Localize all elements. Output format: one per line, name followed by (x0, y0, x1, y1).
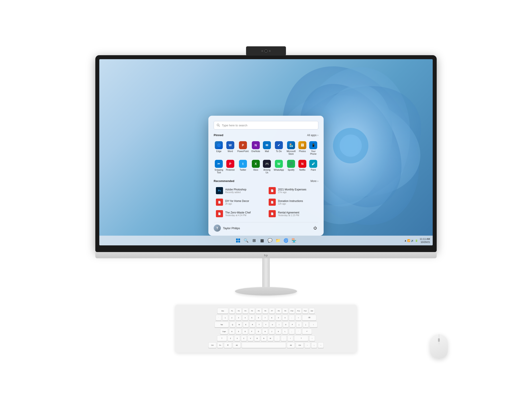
key-caps[interactable]: Caps (220, 329, 228, 334)
key-b[interactable]: B (254, 335, 260, 341)
pin-item-mail[interactable]: ✉Mail (262, 139, 272, 157)
rec-item-zerowaste[interactable]: 📄The Zero-Waste ChefYesterday at 4:24 PM (214, 208, 266, 219)
key-ralt[interactable]: Alt (287, 342, 295, 348)
key-d[interactable]: D (242, 329, 248, 334)
key-backspace[interactable]: ⌫ (302, 315, 316, 321)
pin-item-xbox[interactable]: XXbox (250, 158, 261, 176)
key-q[interactable]: Q (230, 322, 235, 327)
rec-item-diyhome[interactable]: 📄DIY for Home Decor2h ago (214, 197, 266, 208)
key-fn[interactable]: Fn (217, 342, 223, 348)
key-semicolon[interactable]: ; (289, 329, 295, 334)
key-0[interactable]: 0 (282, 315, 288, 321)
key-h[interactable]: H (262, 329, 268, 334)
key-tab[interactable]: Tab (215, 322, 229, 327)
taskbar-edge-button[interactable]: 🌀 (283, 237, 289, 244)
taskbar-taskview-button[interactable]: ⊞ (251, 237, 257, 244)
key-lshift[interactable]: ⇧ (217, 335, 227, 341)
key-s[interactable]: S (236, 329, 241, 334)
key-u[interactable]: U (270, 322, 275, 327)
pin-item-among[interactable]: 🎮Among Us (262, 158, 272, 176)
key-v[interactable]: V (248, 335, 253, 341)
taskbar-search-button[interactable]: 🔍 (243, 237, 249, 244)
key-rshift[interactable]: ⇧ (294, 335, 308, 341)
key-f1[interactable]: F1 (229, 308, 235, 314)
rec-item-photoshop[interactable]: PsAdobe PhotoshopRecently added (214, 185, 266, 196)
key-c[interactable]: C (241, 335, 247, 341)
key-f9[interactable]: F9 (282, 308, 288, 314)
key-f5[interactable]: F5 (256, 308, 262, 314)
all-apps-link[interactable]: All apps › (307, 134, 318, 137)
key-lwin[interactable]: ⊞ (224, 342, 232, 348)
taskbar-explorer-button[interactable]: 📁 (275, 237, 281, 244)
taskbar-store-button[interactable]: 🏪 (291, 237, 297, 244)
key-down[interactable]: ↓ (311, 342, 317, 348)
key-e[interactable]: E (243, 322, 249, 327)
key-f10[interactable]: F10 (289, 308, 295, 314)
key-i[interactable]: I (276, 322, 282, 327)
mouse[interactable] (430, 334, 448, 359)
key-right[interactable]: → (318, 342, 324, 348)
key-comma[interactable]: , (274, 335, 280, 341)
key-8[interactable]: 8 (269, 315, 275, 321)
key-2[interactable]: 2 (229, 315, 235, 321)
key-left[interactable]: ← (304, 342, 310, 348)
key-y[interactable]: Y (263, 322, 269, 327)
key-up[interactable]: ↑ (309, 335, 315, 341)
key-esc[interactable]: Esc (217, 308, 228, 314)
key-backslash[interactable]: \ (310, 322, 317, 327)
key-j[interactable]: J (269, 329, 275, 334)
key-m[interactable]: M (267, 335, 273, 341)
key-minus[interactable]: - (289, 315, 295, 321)
taskbar-widgets-button[interactable]: ▦ (259, 237, 265, 244)
key-g[interactable]: G (256, 329, 261, 334)
key-4[interactable]: 4 (242, 315, 248, 321)
rec-item-expenses[interactable]: 📄2021 Monthly Expenses17m ago (266, 185, 318, 196)
pin-item-spotify[interactable]: 🎵Spotify (286, 158, 297, 176)
key-rbracket[interactable]: ] (303, 322, 309, 327)
key-a[interactable]: A (229, 329, 235, 334)
key-period[interactable]: . (281, 335, 287, 341)
pin-item-photos[interactable]: 🖼Photos (298, 139, 307, 157)
key-f12[interactable]: F12 (302, 308, 308, 314)
pin-item-onenote[interactable]: NOneNote (250, 139, 261, 157)
key-7[interactable]: 7 (262, 315, 268, 321)
more-link[interactable]: More › (310, 180, 318, 183)
key-f7[interactable]: F7 (269, 308, 275, 314)
key-f8[interactable]: F8 (276, 308, 282, 314)
key-slash[interactable]: / (287, 335, 293, 341)
key-backtick[interactable]: ` (216, 315, 222, 321)
taskbar-start-button[interactable] (235, 237, 241, 244)
key-l[interactable]: L (282, 329, 288, 334)
pin-item-todo[interactable]: ✔To Do (273, 139, 285, 157)
pin-item-yourphone[interactable]: 📱Your Phone (308, 139, 318, 157)
rec-item-donation[interactable]: 📄Donation Instructions12h ago (266, 197, 318, 208)
power-button[interactable]: ⏻ (312, 225, 318, 231)
key-w[interactable]: W (236, 322, 242, 327)
key-lalt[interactable]: Alt (233, 342, 241, 348)
key-enter[interactable]: ↵ (302, 329, 312, 334)
key-f4[interactable]: F4 (249, 308, 255, 314)
key-z[interactable]: Z (228, 335, 234, 341)
key-r[interactable]: R (250, 322, 255, 327)
pin-item-pinterest[interactable]: PPinterest (225, 158, 235, 176)
key-o[interactable]: O (283, 322, 289, 327)
key-k[interactable]: K (276, 329, 281, 334)
key-9[interactable]: 9 (276, 315, 281, 321)
key-f11[interactable]: F11 (296, 308, 301, 314)
key-rctrl[interactable]: Ctrl (296, 342, 304, 348)
pin-item-whatsapp[interactable]: WWhatsApp (273, 158, 285, 176)
pin-item-paint[interactable]: 🖌Paint (308, 158, 318, 176)
key-del[interactable]: Del (309, 308, 315, 314)
pin-item-word[interactable]: WWord (225, 139, 235, 157)
key-5[interactable]: 5 (249, 315, 255, 321)
pin-item-msstore[interactable]: 🏪Microsoft Store (286, 139, 297, 157)
key-6[interactable]: 6 (256, 315, 261, 321)
search-bar[interactable]: Type here to search (214, 121, 318, 129)
key-lctrl[interactable]: Ctrl (208, 342, 216, 348)
key-f[interactable]: F (249, 329, 255, 334)
key-p[interactable]: P (290, 322, 295, 327)
key-quote[interactable]: ' (296, 329, 301, 334)
key-1[interactable]: 1 (222, 315, 228, 321)
key-n[interactable]: N (261, 335, 267, 341)
pin-item-twitter[interactable]: tTwitter (236, 158, 249, 176)
